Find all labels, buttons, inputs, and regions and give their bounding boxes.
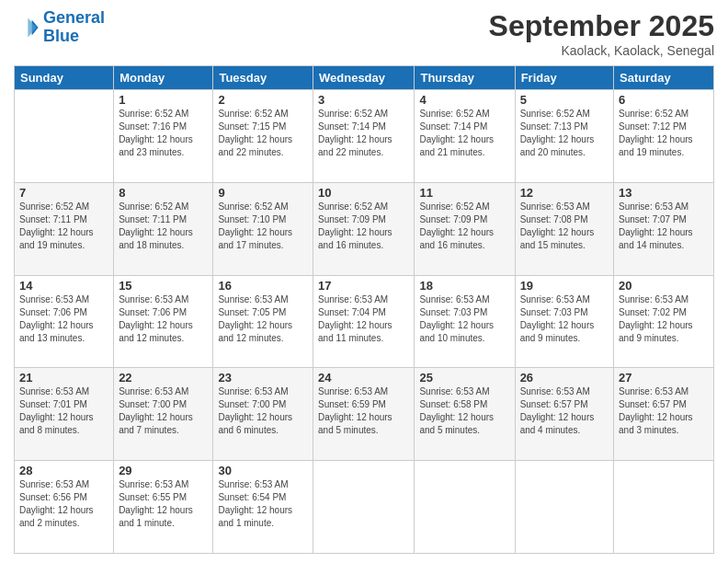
day-info: Sunrise: 6:52 AMSunset: 7:11 PMDaylight:…	[119, 201, 208, 252]
header: General Blue September 2025 Kaolack, Kao…	[14, 9, 714, 58]
day-number: 29	[119, 464, 208, 477]
calendar-week-0: 1 Sunrise: 6:52 AMSunset: 7:16 PMDayligh…	[15, 90, 714, 183]
day-number: 14	[19, 279, 108, 293]
calendar-cell: 28 Sunrise: 6:53 AMSunset: 6:56 PMDaylig…	[15, 461, 114, 554]
day-info: Sunrise: 6:53 AMSunset: 7:07 PMDaylight:…	[619, 201, 709, 252]
header-row: Sunday Monday Tuesday Wednesday Thursday…	[15, 66, 714, 90]
day-number: 2	[218, 93, 308, 107]
calendar-cell: 30 Sunrise: 6:53 AMSunset: 6:54 PMDaylig…	[213, 461, 313, 554]
day-info: Sunrise: 6:52 AMSunset: 7:10 PMDaylight:…	[218, 201, 308, 252]
col-tuesday: Tuesday	[213, 66, 313, 90]
calendar-cell: 1 Sunrise: 6:52 AMSunset: 7:16 PMDayligh…	[114, 90, 213, 183]
day-number: 9	[218, 186, 308, 200]
calendar-cell	[15, 90, 114, 183]
day-info: Sunrise: 6:53 AMSunset: 7:00 PMDaylight:…	[119, 385, 208, 437]
calendar-cell	[515, 461, 613, 554]
calendar-cell: 22 Sunrise: 6:53 AMSunset: 7:00 PMDaylig…	[114, 368, 213, 461]
calendar-cell: 8 Sunrise: 6:52 AMSunset: 7:11 PMDayligh…	[114, 182, 213, 275]
day-number: 7	[19, 186, 108, 200]
day-number: 4	[419, 93, 509, 107]
calendar-cell: 17 Sunrise: 6:53 AMSunset: 7:04 PMDaylig…	[313, 275, 415, 368]
calendar-week-4: 28 Sunrise: 6:53 AMSunset: 6:56 PMDaylig…	[15, 461, 714, 554]
day-info: Sunrise: 6:53 AMSunset: 7:01 PMDaylight:…	[19, 385, 108, 437]
calendar-cell: 20 Sunrise: 6:53 AMSunset: 7:02 PMDaylig…	[614, 275, 714, 368]
calendar-cell: 16 Sunrise: 6:53 AMSunset: 7:05 PMDaylig…	[213, 275, 313, 368]
day-info: Sunrise: 6:52 AMSunset: 7:16 PMDaylight:…	[119, 108, 208, 159]
month-title: September 2025	[489, 9, 714, 43]
day-info: Sunrise: 6:53 AMSunset: 6:58 PMDaylight:…	[419, 385, 509, 437]
day-info: Sunrise: 6:52 AMSunset: 7:11 PMDaylight:…	[19, 201, 108, 252]
day-info: Sunrise: 6:53 AMSunset: 7:03 PMDaylight:…	[520, 293, 609, 345]
logo: General Blue	[14, 9, 105, 46]
calendar-week-3: 21 Sunrise: 6:53 AMSunset: 7:01 PMDaylig…	[15, 368, 714, 461]
day-info: Sunrise: 6:52 AMSunset: 7:14 PMDaylight:…	[318, 108, 409, 159]
day-info: Sunrise: 6:53 AMSunset: 7:00 PMDaylight:…	[218, 385, 308, 437]
day-info: Sunrise: 6:53 AMSunset: 6:55 PMDaylight:…	[119, 478, 208, 530]
calendar-cell: 26 Sunrise: 6:53 AMSunset: 6:57 PMDaylig…	[515, 368, 613, 461]
day-info: Sunrise: 6:53 AMSunset: 7:08 PMDaylight:…	[520, 201, 609, 252]
calendar-cell: 19 Sunrise: 6:53 AMSunset: 7:03 PMDaylig…	[515, 275, 613, 368]
calendar-cell: 6 Sunrise: 6:52 AMSunset: 7:12 PMDayligh…	[614, 90, 714, 183]
day-number: 13	[619, 186, 709, 200]
day-info: Sunrise: 6:53 AMSunset: 6:57 PMDaylight:…	[619, 385, 709, 437]
day-number: 27	[619, 371, 709, 385]
day-info: Sunrise: 6:53 AMSunset: 6:57 PMDaylight:…	[520, 385, 609, 437]
calendar-cell: 5 Sunrise: 6:52 AMSunset: 7:13 PMDayligh…	[515, 90, 613, 183]
day-info: Sunrise: 6:52 AMSunset: 7:12 PMDaylight:…	[619, 108, 709, 159]
calendar-cell: 27 Sunrise: 6:53 AMSunset: 6:57 PMDaylig…	[614, 368, 714, 461]
subtitle: Kaolack, Kaolack, Senegal	[489, 43, 714, 58]
col-saturday: Saturday	[614, 66, 714, 90]
day-number: 20	[619, 279, 709, 293]
calendar-week-1: 7 Sunrise: 6:52 AMSunset: 7:11 PMDayligh…	[15, 182, 714, 275]
calendar-week-2: 14 Sunrise: 6:53 AMSunset: 7:06 PMDaylig…	[15, 275, 714, 368]
calendar-cell: 23 Sunrise: 6:53 AMSunset: 7:00 PMDaylig…	[213, 368, 313, 461]
day-info: Sunrise: 6:52 AMSunset: 7:15 PMDaylight:…	[218, 108, 308, 159]
calendar-cell: 11 Sunrise: 6:52 AMSunset: 7:09 PMDaylig…	[415, 182, 515, 275]
day-info: Sunrise: 6:53 AMSunset: 7:05 PMDaylight:…	[218, 293, 308, 345]
day-number: 5	[520, 93, 609, 107]
calendar-cell: 29 Sunrise: 6:53 AMSunset: 6:55 PMDaylig…	[114, 461, 213, 554]
day-number: 18	[419, 279, 509, 293]
day-number: 26	[520, 371, 609, 385]
day-number: 16	[218, 279, 308, 293]
day-number: 28	[19, 464, 108, 477]
col-monday: Monday	[114, 66, 213, 90]
calendar-cell: 24 Sunrise: 6:53 AMSunset: 6:59 PMDaylig…	[313, 368, 415, 461]
day-number: 12	[520, 186, 609, 200]
day-info: Sunrise: 6:53 AMSunset: 6:59 PMDaylight:…	[318, 385, 409, 437]
day-number: 10	[318, 186, 409, 200]
calendar-cell: 12 Sunrise: 6:53 AMSunset: 7:08 PMDaylig…	[515, 182, 613, 275]
day-number: 11	[419, 186, 509, 200]
logo-icon	[14, 15, 40, 40]
calendar-cell: 21 Sunrise: 6:53 AMSunset: 7:01 PMDaylig…	[15, 368, 114, 461]
logo-line2: Blue	[43, 27, 79, 45]
day-number: 25	[419, 371, 509, 385]
calendar-table: Sunday Monday Tuesday Wednesday Thursday…	[14, 65, 714, 554]
col-thursday: Thursday	[415, 66, 515, 90]
calendar-cell: 9 Sunrise: 6:52 AMSunset: 7:10 PMDayligh…	[213, 182, 313, 275]
day-info: Sunrise: 6:52 AMSunset: 7:09 PMDaylight:…	[419, 201, 509, 252]
day-info: Sunrise: 6:53 AMSunset: 7:06 PMDaylight:…	[119, 293, 208, 345]
calendar-cell	[415, 461, 515, 554]
col-wednesday: Wednesday	[313, 66, 415, 90]
day-number: 19	[520, 279, 609, 293]
day-number: 3	[318, 93, 409, 107]
day-number: 21	[19, 371, 108, 385]
logo-text: General Blue	[43, 9, 105, 46]
calendar-cell: 25 Sunrise: 6:53 AMSunset: 6:58 PMDaylig…	[415, 368, 515, 461]
day-number: 30	[218, 464, 308, 477]
calendar-cell: 13 Sunrise: 6:53 AMSunset: 7:07 PMDaylig…	[614, 182, 714, 275]
logo-line1: General	[43, 8, 105, 27]
day-number: 15	[119, 279, 208, 293]
calendar-cell: 15 Sunrise: 6:53 AMSunset: 7:06 PMDaylig…	[114, 275, 213, 368]
day-info: Sunrise: 6:52 AMSunset: 7:13 PMDaylight:…	[520, 108, 609, 159]
day-number: 24	[318, 371, 409, 385]
day-number: 8	[119, 186, 208, 200]
col-sunday: Sunday	[15, 66, 114, 90]
calendar-cell: 10 Sunrise: 6:52 AMSunset: 7:09 PMDaylig…	[313, 182, 415, 275]
calendar-cell	[313, 461, 415, 554]
day-number: 22	[119, 371, 208, 385]
calendar-cell: 3 Sunrise: 6:52 AMSunset: 7:14 PMDayligh…	[313, 90, 415, 183]
day-info: Sunrise: 6:53 AMSunset: 7:04 PMDaylight:…	[318, 293, 409, 345]
day-number: 6	[619, 93, 709, 107]
